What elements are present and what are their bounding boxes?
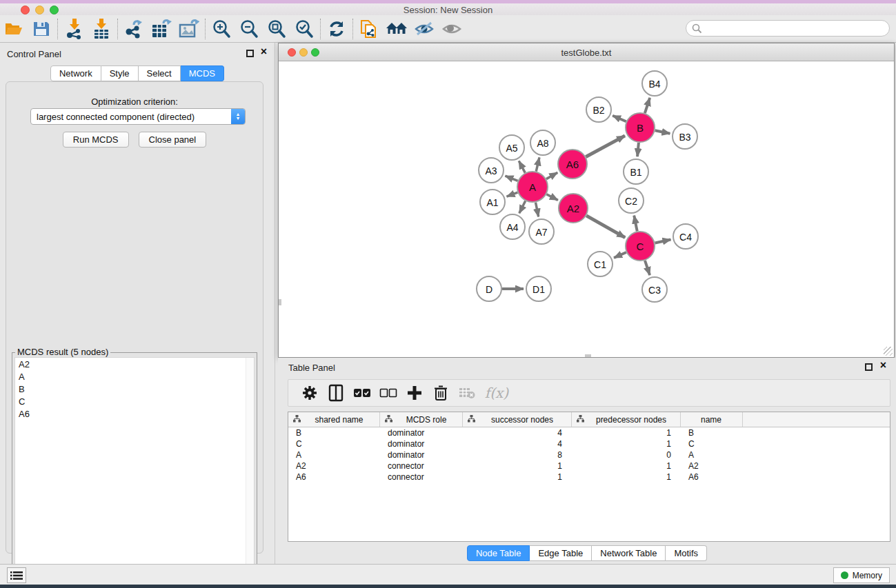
table-row[interactable]: Adominator80A: [288, 449, 890, 460]
memory-button[interactable]: Memory: [833, 567, 890, 583]
network-graph[interactable]: B4B2BB3B1A5A8A3A6AA1A2C2A4A7CC4C1C3DD1: [279, 61, 894, 357]
cell-MCDS-role: dominator: [380, 428, 463, 438]
open-file-icon[interactable]: [0, 17, 28, 41]
export-table-icon[interactable]: [148, 17, 175, 41]
graph-node-label-D1: D1: [532, 284, 545, 295]
table-row[interactable]: Bdominator41B: [288, 427, 890, 438]
edge-A-A4[interactable]: [519, 201, 526, 214]
zoom-fit-icon[interactable]: [263, 17, 290, 41]
cell-name: A: [681, 450, 743, 460]
edge-C-C2[interactable]: [634, 216, 637, 232]
search-input[interactable]: [702, 23, 875, 34]
network-window-title-bar[interactable]: testGlobe.txt: [279, 43, 894, 61]
toolbar-separator: [117, 19, 118, 39]
tab-motifs[interactable]: Motifs: [666, 545, 707, 561]
status-bar: Memory: [0, 564, 896, 585]
table-row[interactable]: Cdominator41C: [288, 438, 890, 449]
edge-A-A6[interactable]: [546, 172, 557, 179]
deselect-all-checkboxes-icon[interactable]: [375, 382, 401, 404]
criterion-dropdown[interactable]: largest connected component (directed) ▲…: [30, 108, 246, 125]
edge-B-B2[interactable]: [613, 116, 626, 122]
import-table-icon[interactable]: [88, 17, 115, 41]
search-field[interactable]: [686, 20, 890, 37]
result-item[interactable]: B: [15, 383, 254, 395]
close-panel-button[interactable]: Close panel: [139, 132, 207, 148]
result-scrollbar[interactable]: [246, 358, 254, 585]
cell-successor-nodes: 1: [463, 472, 572, 482]
edge-B-B1[interactable]: [637, 143, 639, 156]
task-history-button[interactable]: [7, 567, 26, 583]
table-body: Bdominator41BCdominator41CAdominator80AA…: [288, 427, 890, 483]
column-header-shared-name[interactable]: shared name: [288, 412, 380, 427]
table-header-row: shared nameMCDS rolesuccessor nodesprede…: [288, 412, 890, 427]
run-mcds-button[interactable]: Run MCDS: [63, 132, 129, 148]
tab-network[interactable]: Network: [50, 65, 101, 81]
edge-A-A3[interactable]: [505, 176, 517, 181]
column-header-predecessor-nodes[interactable]: predecessor nodes: [572, 412, 681, 427]
column-header-MCDS-role[interactable]: MCDS role: [380, 412, 463, 427]
result-item[interactable]: C: [15, 395, 254, 407]
home-icon[interactable]: [383, 17, 410, 41]
zoom-selected-icon[interactable]: [290, 17, 318, 41]
mcds-result-list[interactable]: A2ABCA6: [14, 357, 255, 586]
node-table[interactable]: shared nameMCDS rolesuccessor nodesprede…: [288, 412, 890, 542]
result-item[interactable]: A6: [15, 407, 254, 420]
edge-A-A1[interactable]: [507, 192, 518, 196]
export-network-icon[interactable]: [120, 17, 148, 41]
column-header-label: shared name: [304, 415, 379, 425]
delete-column-trash-icon[interactable]: [428, 382, 454, 404]
tab-edge-table[interactable]: Edge Table: [530, 545, 592, 561]
graph-node-label-C2: C2: [625, 196, 637, 207]
tab-select[interactable]: Select: [139, 65, 181, 81]
clone-network-icon[interactable]: [355, 17, 383, 41]
tab-style[interactable]: Style: [101, 65, 139, 81]
edge-B-B3[interactable]: [655, 130, 670, 133]
result-item[interactable]: A2: [15, 358, 254, 370]
edge-C-C3[interactable]: [645, 261, 650, 275]
cell-predecessor-nodes: 1: [572, 472, 681, 482]
toolbar-separator: [57, 19, 58, 39]
tab-mcds[interactable]: MCDS: [181, 65, 224, 81]
tab-network-table[interactable]: Network Table: [592, 545, 666, 561]
hide-panels-eye-icon[interactable]: [410, 17, 438, 41]
edge-A-A5[interactable]: [519, 161, 525, 172]
window-resize-grip-icon[interactable]: [884, 347, 893, 356]
table-row[interactable]: A2connector11A2: [288, 460, 890, 472]
cell-successor-nodes: 4: [463, 439, 572, 449]
add-column-icon[interactable]: [401, 382, 428, 404]
edge-A-A2[interactable]: [546, 194, 558, 201]
edge-A-A8[interactable]: [536, 157, 539, 171]
edge-C-C1[interactable]: [614, 252, 626, 258]
show-panels-eye-icon[interactable]: [438, 17, 466, 41]
edge-A6-B[interactable]: [586, 136, 625, 157]
graph-node-label-A6: A6: [566, 159, 579, 170]
column-header-successor-nodes[interactable]: successor nodes: [463, 412, 572, 427]
desktop-wallpaper-strip-bottom: [0, 585, 896, 588]
select-all-checkboxes-icon[interactable]: [349, 382, 375, 404]
refresh-layout-icon[interactable]: [323, 17, 350, 41]
edge-B-B4[interactable]: [645, 98, 650, 113]
zoom-in-icon[interactable]: [208, 17, 235, 41]
edge-C-C4[interactable]: [655, 240, 671, 243]
close-table-panel-icon[interactable]: ×: [880, 359, 886, 372]
column-type-icon: [577, 415, 584, 425]
network-canvas[interactable]: B4B2BB3B1A5A8A3A6AA1A2C2A4A7CC4C1C3DD1: [279, 61, 894, 357]
toolbar-separator: [205, 19, 206, 39]
save-session-icon[interactable]: [28, 17, 55, 41]
close-panel-icon[interactable]: ×: [261, 45, 267, 58]
table-row[interactable]: A6connector11A6: [288, 472, 890, 483]
dropdown-stepper-icon: ▲▼: [231, 109, 245, 124]
float-panel-icon[interactable]: [246, 50, 254, 57]
import-network-icon[interactable]: [60, 17, 88, 41]
edge-A2-C[interactable]: [586, 216, 625, 238]
function-builder-icon-disabled: f(x): [480, 382, 513, 404]
show-columns-icon[interactable]: [323, 382, 349, 404]
result-item[interactable]: A: [15, 370, 254, 383]
column-header-name[interactable]: name: [681, 412, 743, 427]
edge-A-A7[interactable]: [536, 203, 539, 217]
tab-node-table[interactable]: Node Table: [467, 545, 530, 561]
settings-gear-icon[interactable]: [297, 382, 323, 404]
float-table-panel-icon[interactable]: [865, 363, 873, 371]
zoom-out-icon[interactable]: [235, 17, 263, 41]
export-image-icon[interactable]: [175, 17, 203, 41]
